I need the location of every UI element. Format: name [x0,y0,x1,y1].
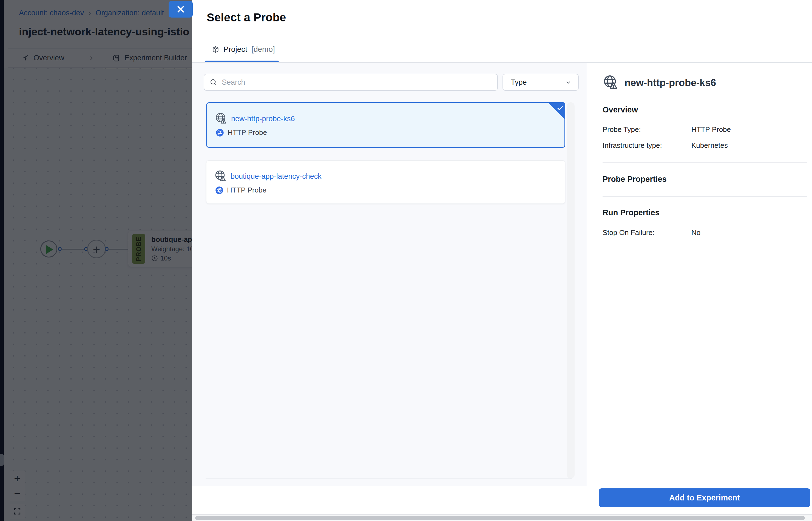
row-label: Probe Type: [603,125,691,134]
row-label: Stop On Failure: [603,228,691,237]
modal-backdrop[interactable] [0,0,192,521]
probe-details-panel: new-http-probe-ks6 Overview Probe Type: … [587,63,812,521]
probe-type-label: HTTP Probe [228,128,267,137]
type-filter-dropdown[interactable]: Type [503,74,579,91]
search-box [204,74,498,91]
http-probe-globe-icon [215,112,227,125]
tab-project-label: Project [224,45,247,54]
http-probe-globe-icon [603,75,619,91]
run-properties-heading: Run Properties [603,208,659,217]
type-filter-label: Type [511,78,527,87]
row-value: HTTP Probe [691,125,731,134]
search-icon [210,78,217,86]
list-scrollbar-track[interactable] [567,102,575,478]
probe-name-link[interactable]: new-http-probe-ks6 [231,115,295,123]
kubernetes-icon [216,129,224,137]
overview-heading: Overview [603,105,638,114]
section-divider [603,196,807,197]
probe-properties-heading: Probe Properties [603,175,667,184]
package-icon [212,46,219,53]
modal-title: Select a Probe [207,11,286,24]
check-icon [557,105,563,111]
probe-details-header: new-http-probe-ks6 [603,75,716,91]
kubernetes-icon [215,186,224,195]
probe-details-name: new-http-probe-ks6 [625,77,716,89]
probe-type-row: HTTP Probe [215,186,266,195]
app-root: Account: chaos-dev › Organization: defau… [0,0,812,521]
search-input[interactable] [222,78,492,87]
tab-project[interactable]: Project [demo] [212,45,275,54]
stop-on-failure-row: Stop On Failure: No [603,228,806,237]
section-divider [603,162,807,163]
probe-list-section: Type new-http-probe-ks6 HTTP Probe [192,63,587,521]
row-label: Infrastructure type: [603,141,691,150]
probe-card-selected[interactable]: new-http-probe-ks6 HTTP Probe [206,102,565,148]
add-to-experiment-button[interactable]: Add to Experiment [599,489,810,507]
probe-type-row: HTTP Probe [216,128,267,137]
chevron-down-icon [565,79,572,86]
selected-check-corner [548,102,565,120]
http-probe-globe-icon [215,170,227,183]
row-value: No [691,228,700,237]
probe-type-label: HTTP Probe [227,186,266,195]
tab-project-scope: [demo] [251,45,275,54]
probe-card[interactable]: boutique-app-latency-check HTTP Probe [206,160,565,204]
infrastructure-type-row: Infrastructure type: Kubernetes [603,141,806,150]
horizontal-scrollbar-track[interactable] [192,514,812,521]
list-bottom-divider [206,478,572,479]
horizontal-scrollbar-thumb[interactable] [195,516,805,520]
close-icon [176,5,185,14]
select-probe-modal: Select a Probe Project [demo] Type [192,0,812,521]
probe-name-link[interactable]: boutique-app-latency-check [231,172,322,181]
close-modal-button[interactable] [169,1,193,18]
probe-type-row: Probe Type: HTTP Probe [603,125,806,134]
row-value: Kubernetes [691,141,728,150]
